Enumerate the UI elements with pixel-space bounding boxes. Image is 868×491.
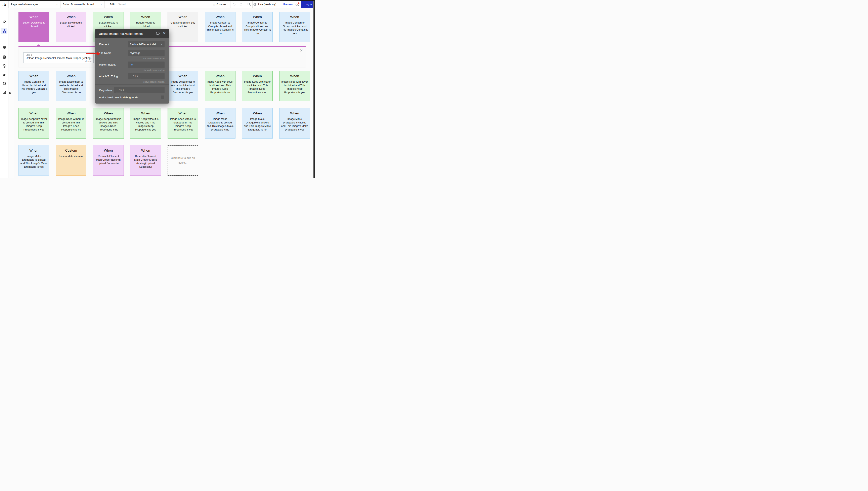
delete-step-link[interactable]: delete <box>85 60 92 62</box>
undo-icon[interactable] <box>231 1 237 8</box>
page-selector-dropdown[interactable]: Page: resizable-images ▼ <box>8 1 60 8</box>
edit-menu[interactable]: Edit <box>108 1 116 8</box>
add-event-card[interactable]: Click here to add an event... <box>167 145 198 176</box>
sidebar-item-design[interactable] <box>1 19 7 25</box>
attach-to-thing-input[interactable]: Click <box>128 73 164 80</box>
divider <box>252 1 253 8</box>
show-documentation-link[interactable]: show documentation <box>144 69 164 71</box>
panel-notch <box>37 45 40 46</box>
preview-button[interactable]: Preview <box>282 1 294 8</box>
make-private-input[interactable]: no <box>128 61 164 68</box>
event-card[interactable]: WhenButton Download is clicked <box>19 12 49 42</box>
divider <box>104 1 105 8</box>
sidebar-item-plugins[interactable] <box>1 71 7 78</box>
preview-label: Preview <box>283 3 292 6</box>
event-card-description: Image Disconnect to resize is clicked an… <box>56 80 86 94</box>
event-card-description: Button Resize is clicked <box>93 21 124 28</box>
event-card-description: Button Resize is clicked <box>130 21 161 28</box>
breakpoint-checkbox[interactable] <box>161 95 164 99</box>
event-card[interactable]: WhenImage Keep without is clicked and Th… <box>167 108 198 139</box>
element-dropdown[interactable]: ResizableElement Main... ▼ <box>128 41 164 48</box>
event-card[interactable]: WhenImage Contain to Group is clicked an… <box>279 12 310 42</box>
make-private-value: no <box>130 63 133 66</box>
event-card-type: When <box>242 74 273 78</box>
workflow-icon <box>2 29 6 33</box>
only-when-input[interactable]: Click <box>114 87 164 93</box>
help-icon[interactable]: ? <box>294 1 301 8</box>
divider <box>312 8 312 178</box>
event-card[interactable]: WhenImage Keep with cover is clicked and… <box>242 71 273 102</box>
event-card[interactable]: WhenImage Make Draggable is clicked and … <box>19 145 49 176</box>
event-card-type: When <box>56 111 86 115</box>
event-card-description: Image Keep without is clicked and This I… <box>93 117 124 131</box>
event-card[interactable]: WhenImage Disconnect to resize is clicke… <box>56 71 86 102</box>
sidebar-item-data[interactable] <box>1 54 7 60</box>
modal-divider <box>95 84 169 85</box>
event-card[interactable]: WhenImage Make Draggable is clicked and … <box>279 108 310 139</box>
issues-indicator[interactable]: ▲ 0 issues <box>213 1 229 8</box>
event-card[interactable]: WhenImage Make Draggable is clicked and … <box>242 108 273 139</box>
edit-label: Edit <box>110 3 115 6</box>
logs-icon <box>2 90 6 94</box>
event-card[interactable]: WhenImage Make Draggable is clicked and … <box>205 108 236 139</box>
event-card[interactable]: WhenImage Contain to Group is clicked an… <box>19 71 49 102</box>
event-card-type: When <box>168 15 198 19</box>
event-card[interactable]: WhenImage Contain to Group is clicked an… <box>205 12 236 42</box>
only-when-click-button[interactable]: Click <box>116 88 127 92</box>
event-card-description: ResizableElement Main Croper Mobile (tes… <box>130 154 161 169</box>
globe-icon <box>253 3 256 6</box>
event-card-type: When <box>19 111 49 115</box>
event-card-type: When <box>242 15 273 19</box>
sidebar-item-logs[interactable] <box>1 89 7 95</box>
event-card-description: Image Keep with cover is clicked and Thi… <box>205 80 235 94</box>
event-card-description: Button Download is clicked <box>56 21 86 28</box>
event-selector-dropdown[interactable]: Button Download is clicked ▼ <box>60 1 104 8</box>
step-card[interactable]: Step 1 Upload Image ResizableElement Mai… <box>23 53 94 63</box>
close-icon[interactable]: ✕ <box>163 31 166 35</box>
components-icon <box>2 46 6 50</box>
show-documentation-link[interactable]: show documentation <box>144 81 164 83</box>
event-card-description: Image Make Draggable is clicked and This… <box>279 117 310 131</box>
event-card[interactable]: WhenImage Keep with cover is clicked and… <box>279 71 310 102</box>
event-card[interactable]: WhenResizableElement Main Croper Mobile … <box>130 145 161 176</box>
sidebar-item-styles[interactable] <box>1 63 7 69</box>
sidebar-item-settings[interactable] <box>1 80 7 87</box>
comment-icon[interactable] <box>156 32 160 36</box>
sidebar-item-workflow[interactable] <box>1 28 7 34</box>
event-card[interactable]: WhenImage Keep with cover is clicked and… <box>205 71 236 102</box>
bubble-logo[interactable]: .b <box>0 1 8 8</box>
redo-icon[interactable] <box>238 1 244 8</box>
only-when-field-label: Only when <box>99 89 112 92</box>
bubble-workflow-editor: .b Page: resizable-images ▼ Button Downl… <box>0 0 315 178</box>
event-card-type: When <box>279 111 310 115</box>
event-card-description: Image Keep without is clicked and This I… <box>168 117 198 131</box>
file-name-field-label: File Name <box>99 52 112 55</box>
event-card[interactable]: WhenImage Keep without is clicked and Th… <box>56 108 86 139</box>
show-documentation-link[interactable]: show documentation <box>144 57 164 60</box>
window-top-edge <box>0 0 315 1</box>
event-card[interactable]: WhenResizableElement Main Croper (testin… <box>93 145 124 176</box>
modal-header[interactable]: Upload Image ResizableElement ✕ <box>95 29 169 38</box>
close-icon[interactable]: ✕ <box>300 49 303 53</box>
login-label: Log in <box>305 3 312 6</box>
event-card-description: Image Make Draggable is clicked and This… <box>205 117 235 131</box>
expand-panel-arrow[interactable] <box>9 92 11 94</box>
event-card-type: When <box>93 111 124 115</box>
event-card[interactable]: WhenImage Keep with cover is clicked and… <box>19 108 49 139</box>
event-card[interactable]: WhenImage Disconnect to resize is clicke… <box>167 71 198 102</box>
event-card-type: When <box>56 74 86 78</box>
search-icon[interactable] <box>246 1 252 8</box>
attach-click-button[interactable]: Click <box>130 74 141 79</box>
sidebar-item-components[interactable] <box>1 45 7 51</box>
login-button[interactable]: Log in <box>301 1 315 8</box>
event-card[interactable]: WhenImage Keep without is clicked and Th… <box>93 108 124 139</box>
file-name-input[interactable]: myimage <box>128 50 164 56</box>
design-icon <box>2 20 6 24</box>
environment-selector[interactable]: Live (read-only) <box>253 1 282 8</box>
event-card[interactable]: WhenG [action] Button Buy is clicked <box>167 12 198 42</box>
event-card[interactable]: WhenImage Keep without is clicked and Th… <box>130 108 161 139</box>
event-card[interactable]: WhenImage Contain to Group is clicked an… <box>242 12 273 42</box>
event-card[interactable]: WhenButton Download is clicked <box>56 12 86 42</box>
event-card[interactable]: Customforce update element <box>56 145 86 176</box>
event-card-description: Button Download is clicked <box>19 21 49 28</box>
